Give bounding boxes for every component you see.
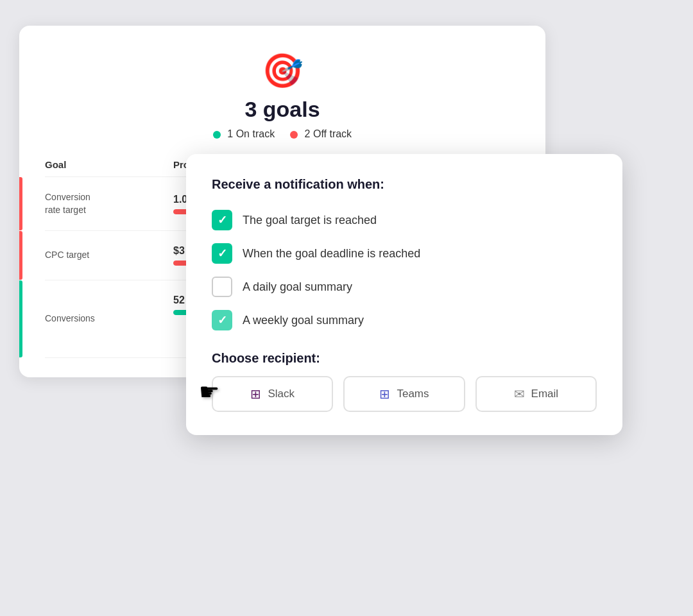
email-label: Email [531,388,559,400]
check-icon-1: ✓ [218,213,227,227]
on-track-dot [213,131,221,139]
teams-button[interactable]: ⊞ Teams [343,376,465,412]
notification-options: ✓ The goal target is reached ✓ When the … [212,210,597,330]
card-header: 🎯 3 goals 1 On track 2 Off track [45,51,520,140]
check-icon-4: ✓ [218,313,227,327]
checkbox-goal-target[interactable]: ✓ [212,210,232,230]
popup-title: Receive a notification when: [212,177,597,192]
recipient-section: Choose recipient: ⊞ Slack ⊞ Teams ✉ Emai… [212,351,597,412]
notification-item-3[interactable]: A daily goal summary [212,277,597,297]
option-label-2: When the goal deadline is reached [243,247,420,261]
goals-status: 1 On track 2 Off track [213,128,352,140]
goal-name-conversion: Conversionrate target [45,191,173,216]
checkbox-weekly[interactable]: ✓ [212,310,232,330]
check-icon-2: ✓ [218,246,227,261]
off-track-status: 2 Off track [290,128,352,140]
notification-popup: Receive a notification when: ✓ The goal … [186,154,622,435]
col-goal-header: Goal [45,159,173,170]
slack-icon: ⊞ [250,386,261,402]
on-track-status: 1 On track [213,128,275,140]
email-icon: ✉ [514,386,525,402]
goal-icon: 🎯 [262,51,304,90]
off-track-dot [290,131,298,139]
checkbox-daily[interactable] [212,277,232,297]
slack-label: Slack [268,388,295,400]
option-label-3: A daily goal summary [243,280,352,294]
teams-icon: ⊞ [379,386,390,402]
goal-name-conversions: Conversions [45,312,173,325]
recipient-buttons: ⊞ Slack ⊞ Teams ✉ Email [212,376,597,412]
option-label-4: A weekly goal summary [243,314,364,327]
checkbox-deadline[interactable]: ✓ [212,243,232,264]
goals-count: 3 goals [244,97,320,122]
notification-item-2[interactable]: ✓ When the goal deadline is reached [212,243,597,264]
notification-item-1[interactable]: ✓ The goal target is reached [212,210,597,230]
email-button[interactable]: ✉ Email [475,376,597,412]
recipient-title: Choose recipient: [212,351,597,366]
slack-button[interactable]: ⊞ Slack [212,376,333,412]
goal-name-cpc: CPC target [45,249,173,262]
teams-label: Teams [397,388,429,400]
option-label-1: The goal target is reached [243,214,377,227]
notification-item-4[interactable]: ✓ A weekly goal summary [212,310,597,330]
